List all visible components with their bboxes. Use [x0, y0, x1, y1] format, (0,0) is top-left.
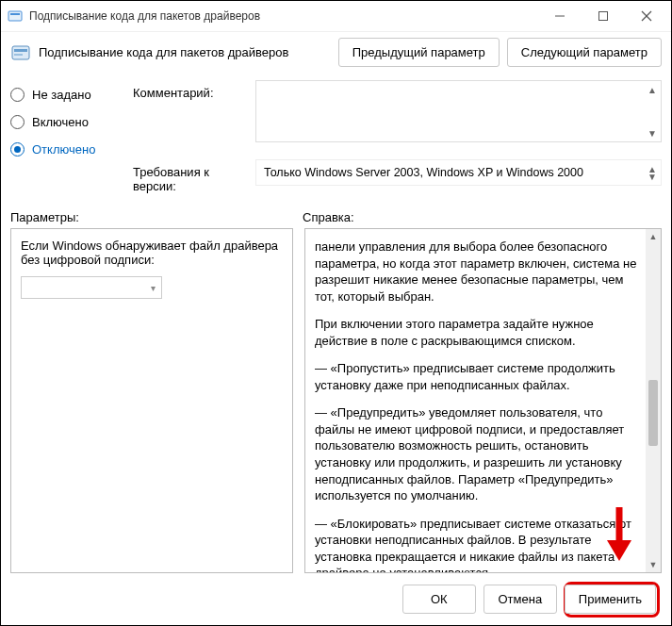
comment-label: Комментарий: — [133, 80, 255, 100]
action-dropdown[interactable]: ▾ — [21, 276, 162, 299]
options-panel: Если Windows обнаруживает файл драйвера … — [10, 228, 293, 573]
header: Подписывание кода для пакетов драйверов … — [1, 32, 671, 80]
svg-rect-8 — [14, 54, 23, 56]
previous-setting-button[interactable]: Предыдущий параметр — [338, 38, 500, 67]
cancel-button[interactable]: Отмена — [484, 585, 557, 614]
scroll-down-icon[interactable]: ▼ — [647, 171, 658, 182]
requirements-box: Только Windows Server 2003, Windows XP и… — [255, 159, 662, 186]
scroll-up-icon[interactable]: ▲ — [646, 229, 661, 244]
minimize-button[interactable] — [549, 5, 571, 27]
requirements-label: Требования к версии: — [133, 159, 255, 193]
titlebar: Подписывание кода для пакетов драйверов — [1, 1, 671, 32]
radio-disabled[interactable]: Отключено — [10, 142, 133, 156]
scroll-up-icon[interactable]: ▲ — [647, 84, 658, 95]
dialog-window: Подписывание кода для пакетов драйверов … — [0, 0, 672, 626]
radio-enabled[interactable]: Включено — [10, 115, 133, 129]
help-section-label: Справка: — [303, 210, 354, 224]
requirements-value: Только Windows Server 2003, Windows XP и… — [264, 166, 583, 179]
scroll-down-icon[interactable]: ▼ — [647, 127, 658, 139]
options-text: Если Windows обнаруживает файл драйвера … — [21, 239, 283, 267]
close-button[interactable] — [635, 5, 658, 27]
svg-rect-6 — [12, 46, 29, 59]
app-icon — [7, 8, 24, 25]
chevron-down-icon: ▾ — [151, 283, 156, 293]
comment-textarea[interactable]: ▲ ▼ — [255, 80, 662, 142]
svg-rect-3 — [599, 12, 608, 21]
next-setting-button[interactable]: Следующий параметр — [507, 38, 662, 67]
help-text: панели управления для выбора более безоп… — [305, 229, 646, 572]
svg-rect-7 — [14, 49, 27, 52]
help-panel: панели управления для выбора более безоп… — [304, 228, 662, 573]
svg-rect-0 — [8, 11, 22, 21]
vertical-scrollbar[interactable]: ▲ ▼ — [646, 229, 661, 572]
ok-button[interactable]: ОК — [402, 585, 476, 614]
window-title: Подписывание кода для пакетов драйверов — [29, 9, 549, 23]
scrollbar-thumb[interactable] — [648, 380, 658, 446]
radio-not-configured[interactable]: Не задано — [10, 88, 133, 102]
header-title: Подписывание кода для пакетов драйверов — [39, 45, 338, 59]
svg-rect-1 — [10, 13, 20, 15]
state-radio-group: Не задано Включено Отключено — [10, 80, 133, 193]
policy-icon — [10, 42, 31, 63]
scroll-down-icon[interactable]: ▼ — [646, 557, 661, 572]
apply-button[interactable]: Применить — [565, 585, 656, 614]
maximize-button[interactable] — [592, 5, 615, 27]
options-section-label: Параметры: — [10, 210, 303, 224]
